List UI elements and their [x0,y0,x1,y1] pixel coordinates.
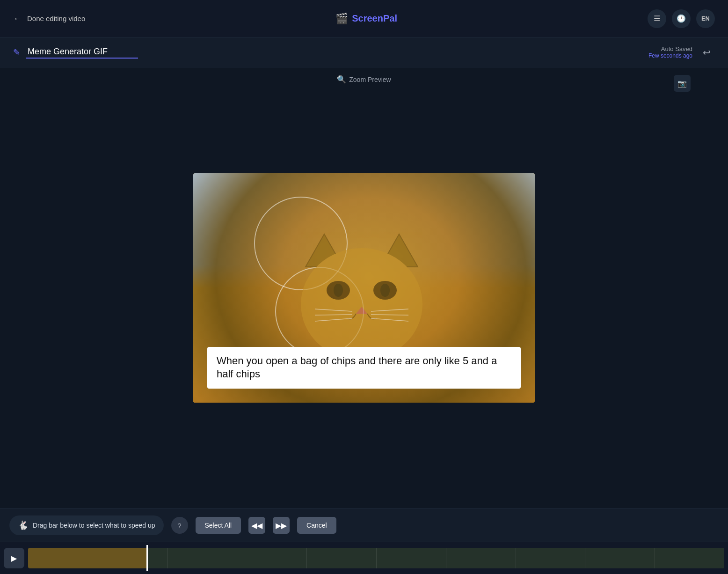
speed-toolbar: 🐇 Drag bar below to select what to speed… [0,508,728,542]
svg-point-2 [301,248,422,361]
select-all-button[interactable]: Select All [196,517,241,534]
camera-icon: 📷 [677,79,687,88]
meme-text-overlay: When you open a bag of chips and there a… [207,347,521,389]
skip-forward-button[interactable]: ▶▶ [273,517,290,534]
timeline-marker-5 [376,548,377,568]
svg-line-12 [371,315,408,315]
svg-point-5 [334,284,343,297]
auto-saved-label: Auto Saved [648,45,692,52]
video-preview-container: When you open a bag of chips and there a… [193,173,535,403]
project-title-input[interactable] [26,46,138,59]
main-content-area: 🔍 Zoom Preview 📷 [0,67,728,508]
zoom-preview-label: Zoom Preview [349,76,391,83]
logo-screen: Screen [352,13,383,23]
play-icon: ▶ [11,554,17,563]
meme-text: When you open a bag of chips and there a… [217,355,497,380]
timeline-played-region [28,548,146,568]
timeline-unplayed-region [146,548,724,568]
timeline-marker-1 [98,548,98,568]
help-button[interactable]: ? [171,517,188,534]
timeline-marker-7 [516,548,516,568]
timeline-playhead[interactable]: 0:00.32 [146,545,148,571]
logo-text: ScreenPal [352,13,397,24]
timeline-marker-8 [585,548,585,568]
timeline-marker-4 [306,548,307,568]
zoom-preview-button[interactable]: 🔍 Zoom Preview [337,75,391,84]
zoom-icon: 🔍 [337,75,346,84]
timeline-area: ▶ 0:00.32 0 0:02 [0,542,728,574]
title-left-section: ✎ [13,46,138,59]
screenpal-logo-icon: 🎬 [335,13,348,25]
timeline-marker-9 [655,548,655,568]
top-bar: ← Done editing video 🎬 ScreenPal ☰ 🕐 EN [0,0,728,37]
screenshot-button[interactable]: 📷 [674,75,691,92]
svg-line-9 [315,315,352,315]
done-editing-nav[interactable]: ← Done editing video [13,13,85,24]
timeline-marker-2 [167,548,168,568]
language-button[interactable]: EN [696,9,715,28]
rabbit-icon: 🐇 [18,520,28,530]
skip-forward-icon: ▶▶ [276,521,287,530]
top-bar-actions: ☰ 🕐 EN [648,9,715,28]
cat-face-svg [287,229,437,361]
skip-back-button[interactable]: ◀◀ [248,517,265,534]
title-bar: ✎ Auto Saved Few seconds ago ↩ [0,37,728,67]
logo-pal: Pal [383,13,397,23]
timeline-marker-6 [446,548,446,568]
auto-saved-indicator: Auto Saved Few seconds ago [648,45,692,59]
edit-icon: ✎ [13,47,20,58]
done-editing-label: Done editing video [27,15,85,22]
video-frame: When you open a bag of chips and there a… [193,173,535,403]
skip-back-icon: ◀◀ [251,521,262,530]
drag-hint-container: 🐇 Drag bar below to select what to speed… [9,515,164,535]
play-button[interactable]: ▶ [4,548,24,568]
undo-button[interactable]: ↩ [698,44,715,61]
history-button[interactable]: 🕐 [672,9,691,28]
svg-point-6 [380,284,390,297]
menu-button[interactable]: ☰ [648,9,666,28]
back-arrow-icon: ← [13,13,22,24]
timeline-track[interactable]: 0:00.32 0 0:02 [28,548,724,568]
cancel-button[interactable]: Cancel [297,517,336,534]
timeline-marker-3 [237,548,237,568]
drag-hint-text: Drag bar below to select what to speed u… [33,522,155,529]
title-right-section: Auto Saved Few seconds ago ↩ [648,44,715,61]
logo-area: 🎬 ScreenPal [335,13,397,25]
question-mark-icon: ? [177,522,181,530]
auto-saved-time: Few seconds ago [648,52,692,59]
